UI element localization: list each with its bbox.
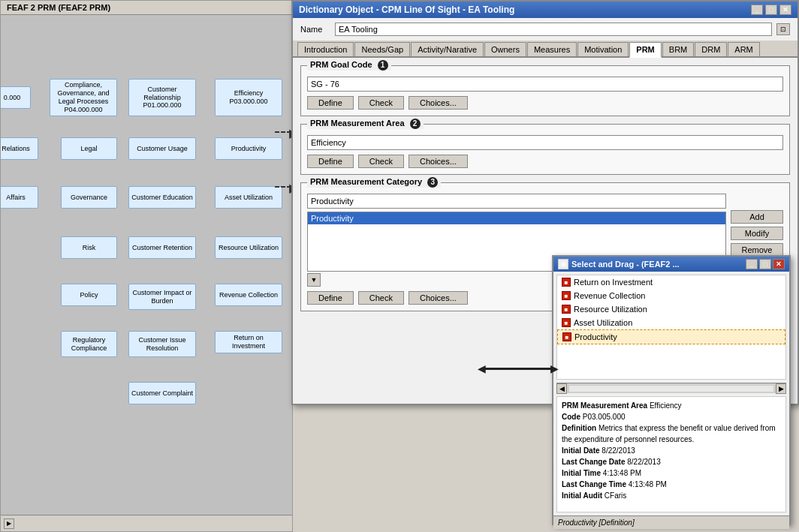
maximize-button[interactable]: ⊡ [776, 23, 790, 35]
diagram-node-n9[interactable]: Governance [61, 186, 117, 209]
sd-item-resource[interactable]: ■ Resource Utilization [557, 302, 785, 316]
category-add-button[interactable]: Add [731, 210, 783, 224]
sd-code-value: P03.005.000 [583, 413, 626, 421]
diagram-node-n13[interactable]: Risk [61, 236, 117, 259]
sd-close-button[interactable]: ✕ [773, 259, 785, 269]
tab-motivation[interactable]: Motivation [577, 42, 629, 56]
prm-goal-code-input[interactable] [307, 77, 783, 92]
sd-titlebar-buttons: _ □ ✕ [746, 259, 785, 269]
tab-measures[interactable]: Measures [527, 42, 577, 56]
prm-goal-code-group: PRM Goal Code 1 Define Check Choices... [300, 65, 790, 116]
tab-activity[interactable]: Activity/Narative [411, 42, 484, 56]
diagram-node-n7[interactable]: Productivity [215, 137, 282, 160]
sd-minimize-button[interactable]: _ [746, 259, 758, 269]
diagram-node-n12[interactable]: Affairs [1, 186, 38, 209]
tab-prm[interactable]: PRM [629, 42, 661, 58]
dict-titlebar-buttons: _ □ ✕ [751, 5, 791, 15]
sd-item-icon-roi: ■ [562, 278, 571, 287]
sd-meas-area-label: PRM Measurement Area [562, 401, 647, 410]
sd-item-icon-asset: ■ [562, 318, 571, 327]
name-input[interactable] [335, 23, 772, 36]
diagram-node-n22[interactable]: Customer Complaint [128, 382, 196, 404]
sd-initial-date-label: Initial Date [562, 446, 600, 455]
diagram-node-n2[interactable]: Customer Relationship P01.000.000 [128, 79, 196, 116]
sd-item-label-asset: Asset Utilization [574, 318, 632, 327]
meas-area-choices-button[interactable]: Choices... [409, 155, 468, 168]
diagram-node-n11[interactable]: Asset Utilization [215, 186, 282, 209]
diagram-title: FEAF 2 PRM (FEAF2 PRM) [1, 1, 292, 15]
diagram-node-n10[interactable]: Customer Education [128, 186, 196, 209]
diagram-node-n20[interactable]: Customer Issue Resolution [128, 331, 196, 357]
diagram-node-n4[interactable]: 0.000 [1, 86, 31, 109]
diagram-node-n16[interactable]: Policy [61, 284, 117, 306]
category-list-item-productivity[interactable]: Productivity [308, 212, 725, 224]
diagram-node-n6[interactable]: Customer Usage [128, 137, 196, 160]
category-text-input[interactable] [307, 194, 726, 209]
sd-meas-area-value: Efficiency [650, 401, 682, 410]
minimize-button[interactable]: _ [751, 5, 763, 15]
prm-measurement-area-number: 2 [410, 119, 421, 129]
diagram-node-n21[interactable]: Return on Investment [215, 331, 282, 353]
diagram-node-n18[interactable]: Revenue Collection [215, 284, 282, 306]
diagram-node-n5[interactable]: Legal [61, 137, 117, 160]
tab-owners[interactable]: Owners [484, 42, 526, 56]
sd-item-revenue[interactable]: ■ Revenue Collection [557, 289, 785, 302]
diagram-node-n3[interactable]: Efficiency P03.000.000 [215, 79, 282, 116]
sd-bottom-label: Productivity [Definition] [558, 518, 635, 527]
diagram-node-n1[interactable]: Compliance, Governance, and Legal Proces… [50, 79, 117, 116]
prm-goal-code-buttons: Define Check Choices... [307, 96, 783, 110]
tab-needs[interactable]: Needs/Gap [354, 42, 410, 56]
diagram-node-n14[interactable]: Customer Retention [128, 236, 196, 259]
diagram-panel: FEAF 2 PRM (FEAF2 PRM) Compliance, Gover… [0, 0, 293, 532]
diagram-node-n17[interactable]: Customer Impact or Burden [128, 284, 196, 310]
tab-arm[interactable]: ARM [728, 42, 759, 56]
sd-code-label: Code [562, 413, 580, 421]
sd-last-change-time-label: Last Change Time [562, 480, 626, 488]
meas-area-check-button[interactable]: Check [358, 155, 404, 168]
cat-define-button[interactable]: Define [307, 291, 354, 305]
sd-last-change-date-value: 8/22/2013 [627, 458, 661, 466]
sd-list[interactable]: ■ Return on Investment ■ Revenue Collect… [556, 275, 786, 380]
cat-choices-button[interactable]: Choices... [409, 291, 468, 305]
cat-check-button[interactable]: Check [358, 291, 404, 305]
sd-initial-audit-label: Initial Audit [562, 491, 602, 500]
sd-definition-label: Definition [562, 424, 596, 432]
goal-code-check-button[interactable]: Check [358, 96, 404, 110]
sd-scroll-track [568, 385, 774, 392]
prm-measurement-area-group: PRM Measurement Area 2 Define Check Choi… [300, 124, 790, 175]
tab-drm[interactable]: DRM [695, 42, 727, 56]
sd-bottom-bar: Productivity [Definition] [553, 515, 789, 529]
sd-item-icon-resource: ■ [562, 305, 571, 314]
sd-item-asset[interactable]: ■ Asset Utilization [557, 316, 785, 329]
category-modify-button[interactable]: Modify [731, 227, 783, 240]
prm-measurement-category-legend: PRM Measurement Category 3 [307, 177, 441, 188]
sd-scrollbar-horizontal[interactable]: ◀ ▶ [556, 383, 786, 393]
sd-item-label-resource: Resource Utilization [574, 305, 647, 314]
sd-scroll-right[interactable]: ▶ [776, 383, 786, 394]
meas-area-define-button[interactable]: Define [307, 155, 354, 168]
prm-goal-code-legend: PRM Goal Code 1 [307, 60, 391, 71]
prm-goal-code-number: 1 [378, 60, 388, 71]
prm-measurement-area-buttons: Define Check Choices... [307, 155, 783, 168]
sd-initial-time-label: Initial Time [562, 469, 601, 477]
scroll-down-button[interactable]: ▼ [307, 273, 321, 287]
sd-scroll-left[interactable]: ◀ [556, 383, 567, 394]
sd-restore-button[interactable]: □ [759, 259, 771, 269]
taskbar-button[interactable]: ▶ [4, 518, 14, 529]
sd-last-change-time-value: 4:13:48 PM [629, 480, 667, 488]
diagram-node-n19[interactable]: Regulatory Compliance [61, 331, 117, 357]
tab-brm[interactable]: BRM [662, 42, 694, 56]
sd-last-change-date-label: Last Change Date [562, 458, 625, 466]
goal-code-define-button[interactable]: Define [307, 96, 354, 110]
sd-item-productivity[interactable]: ■ Productivity [557, 329, 785, 344]
restore-button[interactable]: □ [765, 5, 777, 15]
diagram-node-n15[interactable]: Resource Utilization [215, 236, 282, 259]
goal-code-choices-button[interactable]: Choices... [409, 96, 468, 110]
sd-item-roi[interactable]: ■ Return on Investment [557, 275, 785, 289]
sd-info-area: PRM Measurement Area Efficiency Code P03… [556, 396, 786, 512]
tab-introduction[interactable]: Introduction [297, 42, 354, 56]
diagram-node-n8[interactable]: Relations [1, 137, 38, 160]
close-button[interactable]: ✕ [779, 5, 791, 15]
prm-measurement-area-input[interactable] [307, 135, 783, 150]
dict-titlebar: Dictionary Object - CPM Line Of Sight - … [293, 2, 797, 18]
